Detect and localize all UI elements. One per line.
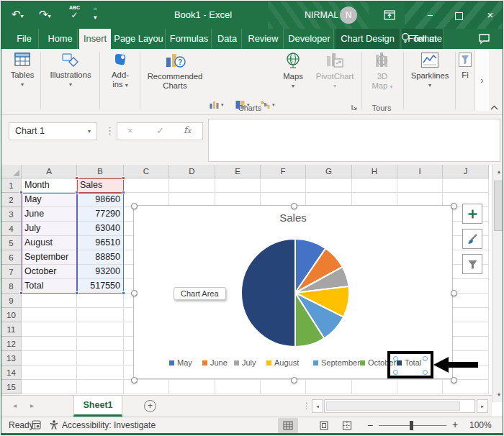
cell-B11[interactable] xyxy=(77,322,124,337)
scroll-right-icon[interactable]: ▸ xyxy=(477,399,488,413)
tab-developer[interactable]: Developer xyxy=(285,29,334,49)
cell-A5[interactable]: August xyxy=(22,236,77,250)
spelling-check-icon[interactable]: ABC✓ xyxy=(69,4,80,19)
charts-dialog-launcher-icon[interactable] xyxy=(351,104,358,112)
macro-record-icon[interactable] xyxy=(32,420,41,432)
row-header-5[interactable]: 5 xyxy=(1,236,22,250)
chart-resize-handle[interactable] xyxy=(131,290,138,296)
scroll-down-icon[interactable]: ▼ xyxy=(493,389,503,401)
sheetbar-drag-dots-icon[interactable]: ⋮ xyxy=(302,401,311,411)
legend-item-august[interactable]: August xyxy=(266,357,299,368)
zoom-out-icon[interactable]: − xyxy=(367,419,373,431)
accessibility-status-label[interactable]: Accessibility: Investigate xyxy=(62,420,156,430)
chart-resize-handle[interactable] xyxy=(451,377,457,383)
page-layout-view-icon[interactable] xyxy=(314,418,334,433)
chart-resize-handle[interactable] xyxy=(131,203,138,209)
row-header-11[interactable]: 11 xyxy=(1,322,22,337)
cell-A15[interactable] xyxy=(22,380,77,394)
sheet-nav-left-icon[interactable]: ◂ xyxy=(13,401,17,409)
cell-A11[interactable] xyxy=(22,322,77,337)
chart-elements-plus-button[interactable] xyxy=(462,204,482,224)
cell-J15[interactable] xyxy=(443,380,489,394)
column-chart-button[interactable]: ▾ xyxy=(209,99,224,110)
chart-resize-handle[interactable] xyxy=(131,377,138,383)
illustrations-button[interactable]: Illustrations ▾ xyxy=(43,52,98,89)
row-header-15[interactable]: 15 xyxy=(1,380,22,394)
redo-icon[interactable]: ↷▾ xyxy=(39,7,51,24)
add-ins-button[interactable]: Add- ins ▾ xyxy=(102,52,138,90)
cell-B12[interactable] xyxy=(77,337,124,351)
cell-A9[interactable] xyxy=(22,294,77,308)
legend-item-may[interactable]: May xyxy=(169,357,192,368)
cell-A2[interactable]: May xyxy=(22,193,77,207)
chart-styles-brush-button[interactable] xyxy=(462,229,482,249)
cell-A6[interactable]: September xyxy=(22,250,77,265)
column-header-E[interactable]: E xyxy=(215,165,261,178)
tab-formulas[interactable]: Formulas xyxy=(167,29,212,49)
column-header-H[interactable]: H xyxy=(352,165,397,178)
comments-icon[interactable] xyxy=(478,29,490,49)
cell-B9[interactable] xyxy=(77,294,124,308)
page-break-view-icon[interactable] xyxy=(337,418,357,433)
formula-bar-drag-dots-icon[interactable]: ⋮ xyxy=(105,125,114,136)
chart-resize-handle[interactable] xyxy=(451,203,457,209)
cell-B10[interactable] xyxy=(77,308,124,322)
new-sheet-plus-icon[interactable]: + xyxy=(144,400,156,412)
tab-page-layou[interactable]: Page Layou xyxy=(112,29,166,49)
column-header-G[interactable]: G xyxy=(306,165,352,178)
maximize-button[interactable] xyxy=(446,1,471,29)
cell-A10[interactable] xyxy=(22,308,77,322)
cell-G1[interactable] xyxy=(306,178,352,193)
row-header-2[interactable]: 2 xyxy=(1,193,22,207)
row-header-8[interactable]: 8 xyxy=(1,279,22,294)
tab-chart-design[interactable]: Chart Design xyxy=(336,29,400,49)
cell-B1[interactable]: Sales xyxy=(77,178,124,193)
vertical-scrollbar-thumb[interactable] xyxy=(494,181,503,231)
column-header-A[interactable]: A xyxy=(22,165,77,178)
cell-G15[interactable] xyxy=(306,380,352,394)
tell-me-control[interactable]: Tell me xyxy=(400,29,442,49)
column-header-F[interactable]: F xyxy=(261,165,306,178)
cell-J1[interactable] xyxy=(443,178,489,193)
cell-D1[interactable] xyxy=(169,178,215,193)
insert-function-icon[interactable]: fx xyxy=(184,124,191,135)
legend-item-september[interactable]: September xyxy=(313,357,360,368)
cell-B3[interactable]: 77290 xyxy=(77,207,124,222)
sheet-tab-active[interactable]: Sheet1 xyxy=(73,396,122,417)
cell-I15[interactable] xyxy=(397,380,443,394)
normal-view-icon[interactable] xyxy=(278,418,298,433)
column-header-I[interactable]: I xyxy=(397,165,443,178)
chart-resize-handle[interactable] xyxy=(451,290,457,296)
cell-H15[interactable] xyxy=(352,380,397,394)
row-header-6[interactable]: 6 xyxy=(1,250,22,265)
waterfall-button[interactable]: ▾ xyxy=(260,99,275,110)
cell-D15[interactable] xyxy=(169,380,215,394)
cell-A1[interactable]: Month xyxy=(22,178,77,193)
cell-B13[interactable] xyxy=(77,351,124,365)
ribbon-display-options-icon[interactable] xyxy=(377,1,402,29)
horizontal-scrollbar[interactable] xyxy=(324,399,475,413)
cell-C15[interactable] xyxy=(124,380,169,394)
cell-F1[interactable] xyxy=(261,178,306,193)
sparklines-button[interactable]: Sparklines ▾ xyxy=(406,52,454,90)
zoom-in-icon[interactable]: + xyxy=(452,419,458,430)
cell-B7[interactable]: 93200 xyxy=(77,265,124,279)
cancel-icon[interactable]: × xyxy=(127,125,133,136)
treemap-button[interactable]: ▾ xyxy=(235,99,250,110)
cell-B5[interactable]: 96510 xyxy=(77,236,124,250)
filters-button-truncated[interactable]: Fi xyxy=(456,52,474,80)
cell-C1[interactable] xyxy=(124,178,169,193)
chart-resize-handle[interactable] xyxy=(291,203,297,209)
column-header-B[interactable]: B xyxy=(77,165,124,178)
cell-A14[interactable] xyxy=(22,365,77,380)
ribbon-scroll-right-button[interactable]: › xyxy=(474,50,489,111)
cell-H1[interactable] xyxy=(352,178,397,193)
zoom-slider-handle[interactable] xyxy=(410,421,413,430)
row-header-14[interactable]: 14 xyxy=(1,365,22,380)
name-box-dropdown-caret[interactable]: ▾ xyxy=(88,123,91,140)
customize-qat-icon[interactable]: ▾ xyxy=(94,9,97,24)
select-all-corner[interactable] xyxy=(1,165,22,178)
cell-I1[interactable] xyxy=(397,178,443,193)
vertical-scrollbar[interactable]: ▲ ▼ xyxy=(492,165,503,402)
cell-E15[interactable] xyxy=(215,380,261,394)
